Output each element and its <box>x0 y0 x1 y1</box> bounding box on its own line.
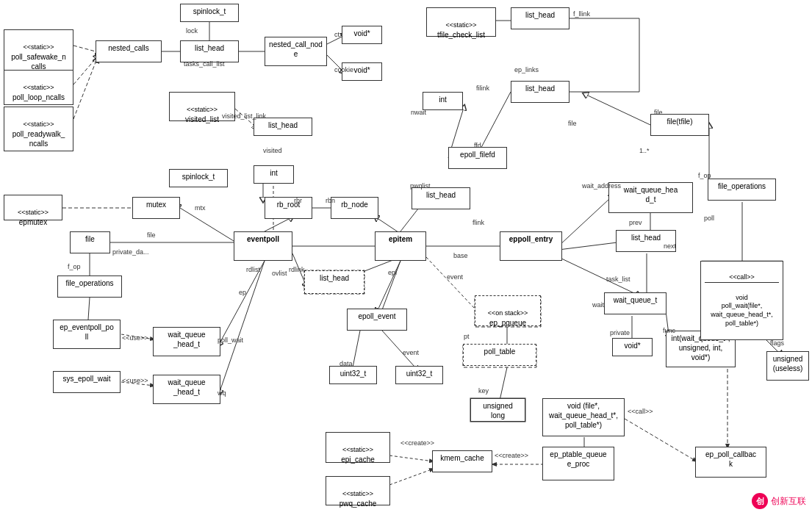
label-nwait: nwait <box>411 109 426 116</box>
box-rb-node: rb_node <box>331 197 378 219</box>
label-private: private <box>610 329 630 336</box>
label-visited-list-link: visited_list_link <box>222 112 266 120</box>
box-poll-readywalk: <<static>>poll_readywalk_ncalls <box>4 107 73 151</box>
label-key: key <box>478 387 489 395</box>
box-int-visited: int <box>254 165 294 184</box>
label-file: file <box>147 231 156 239</box>
svg-line-36 <box>180 208 234 241</box>
box-ep-pqueue: <<on stack>>ep_pqueue <box>475 295 541 326</box>
box-wait-queue-head-t1: wait_queue_head_t <box>153 327 220 356</box>
label-flags: flags <box>770 339 784 347</box>
box-wait-queue-t: wait_queue_t <box>604 292 667 314</box>
box-tfile-check-list: <<static>>tfile_check_list <box>426 7 496 37</box>
box-file-left: file <box>70 231 110 253</box>
box-int-nwait: int <box>423 92 463 110</box>
box-unsigned-useless: unsigned(useless) <box>766 351 809 381</box>
label-call2: <<call>> <box>628 408 653 415</box>
label-f-op2: f_op <box>698 172 711 179</box>
label-f-op: f_op <box>68 263 81 270</box>
box-kmem-cache: kmem_cache <box>432 450 492 472</box>
box-nested-call-node: nested_call_node <box>265 37 327 66</box>
box-wait-queue-head-main: wait_queue_head_t <box>608 182 693 213</box>
svg-line-63 <box>426 257 475 309</box>
svg-line-4 <box>73 62 96 119</box>
label-wait-address: wait_address <box>582 182 621 190</box>
svg-line-24 <box>558 242 617 250</box>
label-event2: event <box>403 349 419 356</box>
watermark-text: 创新互联 <box>771 495 806 508</box>
label-ovlist: ovlist <box>272 270 287 277</box>
label-private-data: private_da... <box>112 248 149 256</box>
label-f-llink: f_llink <box>573 10 590 18</box>
box-mutex: mutex <box>132 197 180 219</box>
box-poll-loop-ncalls: <<static>>poll_loop_ncalls <box>4 70 73 105</box>
svg-line-41 <box>88 298 90 320</box>
box-void-ctx: void* <box>342 26 382 44</box>
label-next: next <box>664 242 676 250</box>
box-poll-table: poll_table <box>463 344 536 366</box>
box-epitem: epitem <box>375 231 426 261</box>
label-wait: wait <box>592 301 604 309</box>
label-file-label: file <box>654 109 663 116</box>
svg-line-16 <box>478 92 511 154</box>
svg-line-39 <box>220 261 265 389</box>
label-visited: visited <box>263 147 282 154</box>
label-lock: lock <box>186 27 198 35</box>
box-file-ops-left: file_operations <box>57 275 122 298</box>
label-wq: wq <box>218 389 226 397</box>
label-ep-links: ep_links <box>514 66 539 73</box>
label-filink: filink <box>476 84 489 92</box>
svg-line-52 <box>625 419 697 461</box>
label-rbn: rbn <box>326 197 335 204</box>
label-task-list: task_list <box>606 275 630 283</box>
label-create1: <<create>> <box>400 439 434 447</box>
box-void-private: void* <box>612 338 653 356</box>
label-poll: poll <box>704 215 714 222</box>
svg-line-37 <box>265 219 289 231</box>
label-epi: epi <box>388 269 397 276</box>
label-pt: pt <box>464 333 470 340</box>
svg-line-17 <box>588 96 650 125</box>
box-ep-ptable-queue: ep_ptable_queuee_proc <box>542 447 614 480</box>
label-cookie: cookie <box>334 66 353 73</box>
box-unsigned-long: unsignedlong <box>470 398 525 422</box>
box-uint32-event: uint32_t <box>395 366 443 384</box>
box-wait-queue-head-t2: wait_queue_head_t <box>153 375 220 404</box>
watermark: 创 创新互联 <box>752 493 806 509</box>
box-nested-calls: nested_calls <box>96 40 162 62</box>
label-file2: file <box>568 120 577 127</box>
label-tasks-call-list: tasks_call_list <box>184 60 225 68</box>
box-epoll-filefd: epoll_filefd <box>448 147 507 169</box>
label-flink: flink <box>473 219 484 226</box>
label-ep: ep <box>239 289 246 296</box>
svg-line-23 <box>558 198 610 246</box>
label-event: event <box>447 273 463 281</box>
label-prev: prev <box>629 219 642 226</box>
label-rdlink: rdlink <box>289 266 305 273</box>
box-eventpoll: eventpoll <box>234 231 292 261</box>
svg-line-32 <box>500 367 507 400</box>
box-pwq-cache: <<static>>pwq_cache <box>326 476 390 505</box>
diagram-container: <<static>>poll_safewake_ncalls <<static>… <box>0 0 812 515</box>
box-epmutex: <<static>>epmutex <box>4 195 62 220</box>
box-void-file: void (file*,wait_queue_head_t*,poll_tabl… <box>542 398 625 436</box>
svg-line-29 <box>353 331 360 367</box>
label-1star: 1..* <box>639 147 650 154</box>
box-list-head-ep: list_head <box>511 81 570 103</box>
svg-line-48 <box>389 455 434 461</box>
box-list-head-pwq: list_head <box>412 187 470 209</box>
box-list-head-tasks: list_head <box>180 40 239 62</box>
label-ctx: ctx <box>334 31 343 38</box>
label-ffd: ffd <box>474 142 481 149</box>
label-pwqlist: pwqlist <box>410 182 431 190</box>
label-func: func <box>663 327 675 334</box>
box-ep-eventpoll-poll: ep_eventpoll_poll <box>53 320 121 349</box>
label-mtx: mtx <box>195 204 206 212</box>
box-eppoll-entry: eppoll_entry <box>500 231 562 261</box>
box-list-head-visited: list_head <box>254 118 312 136</box>
svg-line-53 <box>378 261 400 309</box>
box-poll-safewake: <<static>>poll_safewake_ncalls <box>4 29 73 74</box>
box-file-ops-right: file_operations <box>708 179 776 201</box>
label-use2: <<use>> <box>122 377 148 384</box>
label-rbr: rbr <box>294 197 302 204</box>
